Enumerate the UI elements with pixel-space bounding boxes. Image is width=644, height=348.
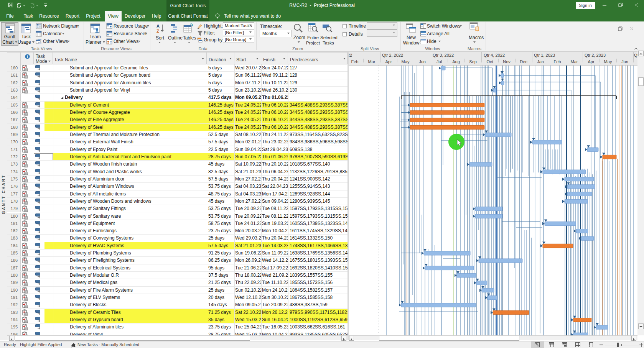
svg-text:Z: Z <box>156 29 159 33</box>
svg-text:A: A <box>156 24 160 28</box>
svg-text:i: i <box>27 55 28 59</box>
